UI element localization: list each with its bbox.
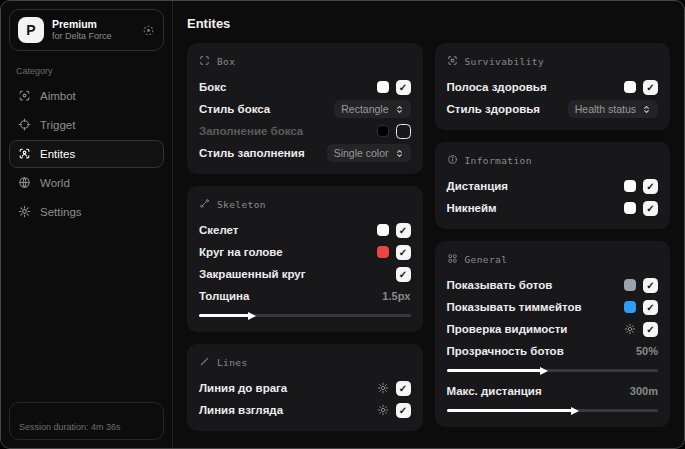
max-distance-slider-group: Макс. дистанция 300m: [447, 380, 659, 412]
section-title: Information: [465, 155, 532, 166]
section-title: Survivability: [465, 56, 545, 67]
chevron-up-down-icon: [642, 105, 651, 114]
checkbox-checked[interactable]: ✓: [396, 80, 411, 95]
survivability-icon: [447, 55, 458, 68]
gear-icon[interactable]: [377, 404, 389, 416]
skeleton-card: Skeleton Скелет ✓ Круг на голове ✓: [187, 186, 423, 332]
fill-style-dropdown[interactable]: Single color: [327, 144, 411, 162]
gear-icon: [18, 205, 31, 220]
survivability-card: Survivability Полоса здоровья ✓ Стиль зд…: [435, 43, 671, 130]
color-swatch[interactable]: [377, 125, 389, 137]
bone-icon: [199, 198, 210, 211]
checkbox-checked[interactable]: ✓: [643, 278, 658, 293]
lines-card: Lines Линия до врага ✓: [187, 344, 423, 431]
brand-logo: P: [18, 17, 44, 43]
max-distance-slider[interactable]: [447, 409, 659, 412]
entities-person-icon: [18, 147, 31, 162]
setting-row-box-style: Стиль бокса Rectangle: [199, 98, 411, 120]
sidebar-item-aimbot[interactable]: Aimbot: [9, 82, 164, 110]
setting-row-box-fill: Заполнение бокса: [199, 120, 411, 142]
brand-name: Premium: [52, 18, 134, 31]
setting-row-skeleton: Скелет ✓: [199, 219, 411, 241]
checkbox-checked[interactable]: ✓: [643, 322, 658, 337]
color-swatch[interactable]: [377, 246, 389, 258]
checkbox-checked[interactable]: ✓: [396, 267, 411, 282]
aimbot-crosshair-icon: [18, 89, 31, 104]
left-column: Box Бокс ✓ Стиль бокса Rectangle: [187, 43, 423, 431]
session-duration-text: Session duration: 4m 36s: [19, 422, 121, 432]
chevron-up-down-icon: [395, 149, 404, 158]
thickness-slider-group: Толщина 1.5px: [199, 285, 411, 317]
color-swatch[interactable]: [624, 81, 636, 93]
setting-row-show-bots: Показывать ботов ✓: [447, 274, 659, 296]
page-title: Entites: [187, 16, 670, 31]
sidebar-item-trigget[interactable]: Trigget: [9, 111, 164, 139]
setting-row-box: Бокс ✓: [199, 76, 411, 98]
chevron-up-down-icon: [395, 105, 404, 114]
sync-gear-icon[interactable]: [142, 24, 155, 37]
color-swatch[interactable]: [624, 202, 636, 214]
setting-row-fill-style: Стиль заполнения Single color: [199, 142, 411, 164]
health-style-dropdown[interactable]: Health status: [568, 100, 658, 118]
thickness-slider[interactable]: [199, 314, 411, 317]
slider-thumb[interactable]: [248, 312, 256, 320]
setting-row-head-circle: Круг на голове ✓: [199, 241, 411, 263]
checkbox-checked[interactable]: ✓: [643, 80, 658, 95]
checkbox-checked[interactable]: ✓: [396, 403, 411, 418]
checkbox-checked[interactable]: ✓: [643, 300, 658, 315]
setting-row-visibility-check: Проверка видимости ✓: [447, 318, 659, 340]
info-icon: [447, 154, 458, 167]
section-title: Lines: [217, 357, 248, 368]
category-label: Category: [16, 66, 157, 76]
slider-thumb[interactable]: [571, 407, 579, 415]
checkbox-checked[interactable]: ✓: [396, 381, 411, 396]
setting-row-health-style: Стиль здоровья Health status: [447, 98, 659, 120]
section-title: Skeleton: [217, 199, 266, 210]
setting-row-line-to-enemy: Линия до врага ✓: [199, 377, 411, 399]
slider-value: 1.5px: [382, 290, 410, 302]
sidebar-item-world[interactable]: World: [9, 169, 164, 197]
brand-card: P Premium for Delta Force: [9, 9, 164, 51]
color-swatch[interactable]: [624, 279, 636, 291]
information-card: Information Дистанция ✓ Никнейм ✓: [435, 142, 671, 229]
setting-row-health-bar: Полоса здоровья ✓: [447, 76, 659, 98]
setting-row-view-line: Линия взгляда ✓: [199, 399, 411, 421]
general-card: General Показывать ботов ✓ Показывать ти…: [435, 241, 671, 427]
sidebar-item-entites[interactable]: Entites: [9, 140, 164, 168]
slider-thumb[interactable]: [540, 367, 548, 375]
main-panel: Entites Box Бокс: [173, 1, 684, 448]
sidebar: P Premium for Delta Force Category Aimbo…: [1, 1, 173, 448]
trigger-crosshair-icon: [18, 118, 31, 133]
session-duration-box: Session duration: 4m 36s: [9, 402, 164, 440]
color-swatch[interactable]: [377, 224, 389, 236]
setting-row-nickname: Никнейм ✓: [447, 197, 659, 219]
bot-opacity-slider[interactable]: [447, 369, 659, 372]
brand-subtitle: for Delta Force: [52, 31, 134, 42]
box-scan-icon: [199, 55, 210, 68]
section-title: Box: [217, 56, 235, 67]
section-title: General: [465, 254, 508, 265]
checkbox-unchecked[interactable]: [396, 124, 411, 139]
slider-value: 300m: [630, 385, 658, 397]
box-style-dropdown[interactable]: Rectangle: [334, 100, 410, 118]
checkbox-checked[interactable]: ✓: [396, 223, 411, 238]
checkbox-checked[interactable]: ✓: [396, 245, 411, 260]
bot-opacity-slider-group: Прозрачность ботов 50%: [447, 340, 659, 372]
gear-icon[interactable]: [377, 382, 389, 394]
setting-row-show-teammates: Показывать тиммейтов ✓: [447, 296, 659, 318]
sidebar-nav: Aimbot Trigget Entites: [9, 82, 164, 226]
color-swatch[interactable]: [624, 301, 636, 313]
line-icon: [199, 356, 210, 369]
grid-icon: [447, 253, 458, 266]
setting-row-distance: Дистанция ✓: [447, 175, 659, 197]
app-window: P Premium for Delta Force Category Aimbo…: [0, 0, 685, 449]
color-swatch[interactable]: [624, 180, 636, 192]
setting-row-filled-circle: Закрашенный круг ✓: [199, 263, 411, 285]
checkbox-checked[interactable]: ✓: [643, 179, 658, 194]
right-column: Survivability Полоса здоровья ✓ Стиль зд…: [435, 43, 671, 427]
globe-icon: [18, 176, 31, 191]
sidebar-item-settings[interactable]: Settings: [9, 198, 164, 226]
gear-icon[interactable]: [624, 323, 636, 335]
color-swatch[interactable]: [377, 81, 389, 93]
checkbox-checked[interactable]: ✓: [643, 201, 658, 216]
